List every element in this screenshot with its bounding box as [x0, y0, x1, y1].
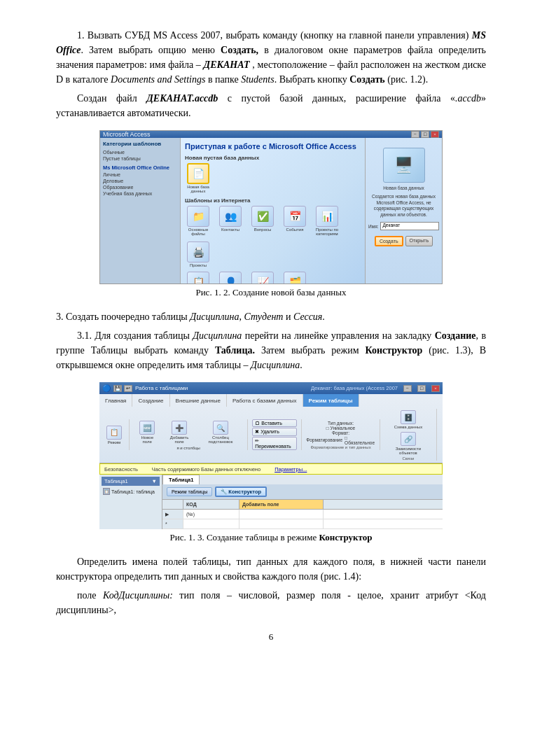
acc2-tab-db-tools[interactable]: Работа с базами данных: [227, 394, 303, 407]
acc2-type-label: Тип данных:: [328, 421, 354, 426]
acc1-title-text: Microsoft Access: [103, 131, 151, 138]
acc1-icon-projects[interactable]: 🖨️ Проекты: [185, 241, 211, 267]
acc1-icon-events-label: События: [286, 227, 304, 232]
acc2-new-field-label: Новое поле: [137, 435, 158, 444]
acc1-left-item-education: Образование: [103, 184, 177, 190]
acc2-security-bar: Безопасность Часть содержимого Базы данн…: [99, 463, 443, 475]
acc2-params-link[interactable]: Параметры...: [275, 466, 307, 472]
acc1-icon-questions-symbol: ✅: [257, 211, 269, 223]
acc2-cell-id[interactable]: (№): [183, 510, 239, 519]
acc1-icon-projects-cat-symbol: 📊: [321, 211, 333, 223]
acc2-tab-external[interactable]: Внешние данные: [170, 394, 227, 407]
acc2-add-field-icon: ➕: [172, 421, 187, 435]
paragraph-6: поле КодДисциплины: тип поля – числовой,…: [56, 588, 486, 617]
acc2-tab-home[interactable]: Главная: [99, 394, 132, 407]
acc2-cell-new: [183, 519, 239, 528]
acc1-close-btn[interactable]: ×: [431, 131, 439, 138]
acc1-icon-questions-box: ✅: [251, 206, 274, 227]
acc2-row-selector-2: *: [162, 519, 183, 528]
acc1-new-db-icon[interactable]: 📄 Новая база данных: [185, 163, 211, 193]
acc2-table-tab-bar: Таблица1: [162, 475, 443, 484]
acc2-paste-group: 🗒 Вставить ✖ Удалить ✏ Переименовать: [252, 419, 302, 450]
acc2-office-logo: 🔵: [102, 384, 111, 392]
acc2-close-btn[interactable]: ×: [431, 385, 440, 392]
acc2-nav-item-table1[interactable]: 📋 Таблица1: таблица: [102, 487, 160, 496]
acc1-minimize-btn[interactable]: −: [411, 131, 419, 138]
acc1-online-section: Шаблоны из Интернета: [185, 197, 361, 204]
p3-italic-disciplina: Дисциплина: [190, 312, 239, 322]
acc2-schema-btn[interactable]: 🗄️ Схема данных: [391, 409, 426, 430]
acc2-work-title: Работа с таблицами: [135, 385, 188, 391]
p4-bold-tablica: Таблица.: [215, 345, 255, 356]
acc2-relations-btn[interactable]: 🔗 Зависимости объектов: [384, 430, 432, 456]
acc1-filename-row: Имя: Деканат: [368, 222, 439, 230]
acc1-icon2-3-symbol: 📈: [257, 276, 269, 285]
acc1-maximize-btn[interactable]: □: [421, 131, 429, 138]
acc2-undo-btn[interactable]: ↩: [124, 385, 132, 392]
acc2-main-area: Таблица1 Режим таблицы 🔧 Конструктор: [162, 475, 443, 529]
acc1-open-button[interactable]: Открыть: [405, 236, 433, 246]
acc2-format-group: Тип данных: □ Уникальное Формат: Формати…: [306, 419, 380, 450]
p1-italic-dekanat: ДЕКАНАТ: [204, 59, 250, 70]
acc1-icon2-4-box: 🗂️: [284, 272, 306, 284]
p1-bold-sozdat: Создать,: [221, 45, 258, 55]
p1-text: 1. Вызвать СУБД MS Access 2007, выбрать …: [77, 30, 472, 41]
p3-and: и: [283, 312, 293, 322]
paragraph-2: Создан файл ДЕКАНАТ.accdb с пустой базой…: [56, 91, 486, 120]
acc1-icon2-2[interactable]: 👤: [217, 272, 244, 284]
acc2-fields-row1: 🆕 Новое поле ➕ Добавить поле 🔍 Столбец п…: [134, 419, 243, 445]
p2-italic-accdb: .accdb: [455, 93, 481, 104]
acc1-icon-projects-label: Проекты: [190, 263, 207, 267]
acc2-insert-btn[interactable]: 🗒 Вставить: [252, 419, 297, 427]
p6-indent-text: поле: [77, 590, 103, 601]
acc2-tab-create[interactable]: Создание: [132, 394, 169, 407]
acc2-rename-btn[interactable]: ✏ Переименовать: [252, 437, 297, 450]
acc2-grid-header: КОД Добавить поле: [162, 500, 443, 510]
acc2-tab-table-mode[interactable]: Режим таблицы: [303, 394, 359, 407]
acc2-mode-btn[interactable]: 📋 Режим: [104, 424, 125, 446]
acc1-icon-events[interactable]: 📅 События: [282, 206, 308, 236]
acc1-icon-questions[interactable]: ✅ Вопросы: [249, 206, 276, 236]
acc1-icon2-2-box: 👤: [219, 272, 242, 284]
acc1-icon-files[interactable]: 📁 Основные файлы: [185, 206, 211, 236]
acc2-nav-item-label: Таблица1: таблица: [111, 489, 155, 494]
acc1-filename-input[interactable]: Деканат: [380, 222, 439, 230]
p4-text: 3.1. Для создания таблицы: [77, 330, 193, 341]
acc2-save-btn[interactable]: 💾: [113, 385, 122, 392]
acc1-new-db-icon-box: 📄: [187, 163, 209, 184]
acc2-new-field-btn[interactable]: 🆕 Новое поле: [134, 419, 161, 445]
p3-italic-student: Студент: [244, 312, 283, 322]
p5-text: Определить имена полей таблицы, тип данн…: [56, 556, 486, 582]
acc1-icon-projects-cat[interactable]: 📊 Проекты по категориям: [314, 206, 340, 236]
acc2-col-kod[interactable]: КОД: [183, 500, 239, 509]
p2-text: Создан файл: [77, 93, 146, 104]
acc1-create-button[interactable]: Создать: [375, 236, 403, 246]
acc2-table1-tab[interactable]: Таблица1: [162, 475, 200, 484]
acc2-constructor-btn[interactable]: 🔧 Конструктор: [215, 486, 267, 497]
acc2-maximize-btn[interactable]: □: [417, 385, 426, 392]
acc1-icon-contacts[interactable]: 👥 Контакты: [217, 206, 244, 236]
acc1-icon-events-box: 📅: [284, 206, 306, 227]
acc2-mode-group: 📋 Режим: [104, 419, 130, 450]
p3-dot: .: [322, 312, 325, 322]
figure-1-screenshot: Microsoft Access − □ × Категории шаблоно…: [99, 130, 443, 284]
acc1-icon2-3[interactable]: 📈: [249, 272, 276, 284]
acc2-minimize-btn[interactable]: −: [403, 385, 412, 392]
acc2-add-field-label: Добавить поле: [166, 435, 193, 444]
acc1-left-title: Категории шаблонов: [103, 141, 177, 147]
acc2-col-add-field[interactable]: Добавить поле: [239, 500, 324, 509]
acc1-icon-contacts-symbol: 👥: [225, 211, 237, 223]
acc2-delete-btn[interactable]: ✖ Удалить: [252, 428, 297, 436]
acc1-icon2-4[interactable]: 🗂️: [282, 272, 308, 284]
acc2-table-mode-btn[interactable]: Режим таблицы: [167, 487, 212, 496]
acc1-left-item-personal: Личные: [103, 172, 177, 178]
acc2-add-field-btn[interactable]: ➕ Добавить поле: [163, 419, 196, 445]
acc1-icon2-1[interactable]: 📋: [185, 272, 211, 284]
acc2-col-lookup-btn[interactable]: 🔍 Столбец подстановок: [198, 419, 244, 445]
acc1-icon-events-symbol: 📅: [289, 211, 301, 223]
acc2-col-lookup-label: Столбец подстановок: [201, 435, 241, 444]
acc1-icon-contacts-label: Контакты: [221, 227, 239, 232]
acc2-nav-header[interactable]: Таблица1 ▼: [102, 477, 160, 486]
figure-1-container: Microsoft Access − □ × Категории шаблоно…: [56, 130, 486, 305]
p3-italic-session: Сессия: [293, 312, 322, 322]
